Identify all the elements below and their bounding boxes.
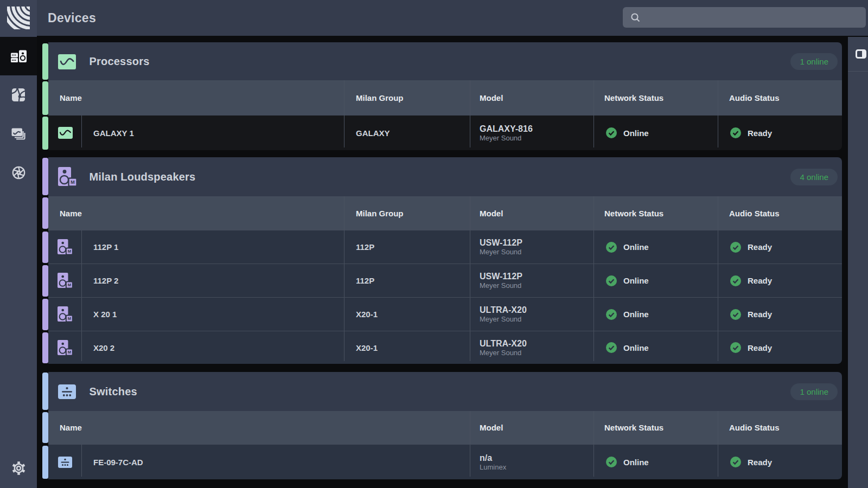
svg-text:M: M (71, 179, 75, 185)
svg-text:M: M (68, 282, 71, 287)
svg-text:M: M (68, 249, 71, 254)
svg-text:M: M (68, 316, 71, 321)
svg-text:M: M (68, 350, 71, 355)
